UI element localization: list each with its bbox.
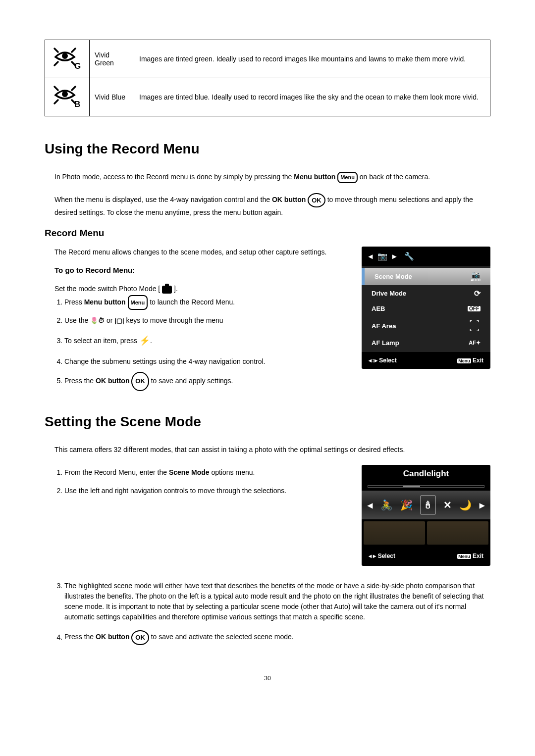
vivid-green-icon-cell: G xyxy=(45,40,90,78)
svg-text:G: G xyxy=(74,61,81,71)
ok-button-icon: OK xyxy=(131,630,149,645)
screen-footer: ◂↕▸ Select Menu Exit xyxy=(362,352,490,369)
menu-item-aeb: AEB OFF xyxy=(362,302,490,316)
camera-lcd-scene-mode: Candlelight ◂ 🚴 🎉 🕯 ✕ 🌙 ▸ ◂ ▸ Select xyxy=(362,465,490,566)
flash-icon: ⚡ xyxy=(139,331,150,351)
heading-record-menu: Record Menu xyxy=(45,228,490,239)
nav-arrows-icon: ◂↕▸ xyxy=(369,357,377,364)
step-3: To select an item, press ⚡. xyxy=(64,331,347,351)
heading-go-to-record: To go to Record Menu: xyxy=(54,264,347,276)
ok-button-icon: OK xyxy=(308,193,325,208)
svg-text:B: B xyxy=(74,100,80,109)
scene-step-2: Use the left and right navigation contro… xyxy=(64,483,347,499)
drive-mode-icon: ⟳ xyxy=(474,289,481,298)
vivid-green-icon: G xyxy=(53,47,82,71)
scene-food-icon: ✕ xyxy=(443,497,452,513)
svg-point-0 xyxy=(62,53,68,59)
macro-timer-icon: 🌷⏱ xyxy=(90,314,105,328)
scene-preview-images xyxy=(362,519,490,547)
step-2: Use the 🌷⏱ or |▢| keys to move through t… xyxy=(64,313,347,328)
menu-badge-icon: Menu xyxy=(457,358,471,363)
scene-step-3: The highlighted scene mode will either h… xyxy=(64,581,490,622)
record-menu-intro-2: When the menu is displayed, use the 4-wa… xyxy=(54,193,490,218)
camera-auto-icon: 📷 xyxy=(472,271,480,278)
color-description: Images are tinted green. Ideally used to… xyxy=(134,40,490,78)
color-description: Images are tinted blue. Ideally used to … xyxy=(134,78,490,116)
af-lamp-icon: AF✦ xyxy=(469,340,481,346)
scene-mode-intro: This camera offers 32 different modes, t… xyxy=(54,445,490,455)
step-1: Press Menu button Menu to launch the Rec… xyxy=(64,295,347,310)
af-area-icon: ⌜ ⌝⌞ ⌟ xyxy=(470,319,481,332)
menu-item-scene-mode: Scene Mode 📷 AUTO xyxy=(362,268,490,285)
preview-left xyxy=(364,521,425,545)
step-4: Change the submenu settings using the 4-… xyxy=(64,354,347,369)
record-menu-desc: The Record menu allows changes to the sc… xyxy=(54,247,347,257)
heading-scene-mode: Setting the Scene Mode xyxy=(45,414,490,430)
scene-mode-steps-1: From the Record Menu, enter the Scene Mo… xyxy=(64,465,347,499)
scene-step-4: Press the OK button OK to save and activ… xyxy=(64,630,490,645)
scene-party-icon: 🎉 xyxy=(400,497,413,513)
scene-mode-text: From the Record Menu, enter the Scene Mo… xyxy=(54,465,347,502)
scene-mode-screenshot: Candlelight ◂ 🚴 🎉 🕯 ✕ 🌙 ▸ ◂ ▸ Select xyxy=(362,465,490,566)
table-row: G Vivid Green Images are tinted green. I… xyxy=(45,40,490,78)
screen-header: ◂ 📷 ▸ 🔧 xyxy=(362,247,490,266)
arrow-left-icon: ◂ xyxy=(368,497,373,513)
menu-item-drive-mode: Drive Mode ⟳ xyxy=(362,285,490,302)
arrow-right-icon: ▸ xyxy=(373,553,376,559)
arrow-left-icon: ◂ xyxy=(369,252,373,261)
arrow-right-icon: ▸ xyxy=(480,497,484,513)
step-5: Press the OK button OK to save and apply… xyxy=(64,372,347,391)
vivid-blue-icon-cell: B xyxy=(45,78,90,116)
scene-mode-two-col: From the Record Menu, enter the Scene Mo… xyxy=(54,465,490,566)
scene-bike-icon: 🚴 xyxy=(380,497,393,513)
scene-scrollbar xyxy=(362,482,490,491)
camera-icon xyxy=(162,286,172,294)
menu-item-af-area: AF Area ⌜ ⌝⌞ ⌟ xyxy=(362,316,490,336)
menu-button-icon: Menu xyxy=(128,295,148,310)
wrench-tab-icon: 🔧 xyxy=(404,252,414,261)
vivid-blue-icon: B xyxy=(53,85,82,109)
record-menu-two-col: The Record menu allows changes to the sc… xyxy=(45,247,490,394)
arrow-right-icon: ▸ xyxy=(392,252,396,261)
scene-night-icon: 🌙 xyxy=(459,497,472,513)
table-row: B Vivid Blue Images are tinted blue. Ide… xyxy=(45,78,490,116)
display-icon: |▢| xyxy=(114,314,124,328)
scene-mode-steps-cont: The highlighted scene mode will either h… xyxy=(54,581,490,645)
record-menu-steps: Press Menu button Menu to launch the Rec… xyxy=(64,295,347,391)
record-menu-intro-1: In Photo mode, access to the Record menu… xyxy=(54,172,490,183)
off-badge-icon: OFF xyxy=(468,306,481,311)
color-name: Vivid Green xyxy=(90,40,134,78)
record-menu-screenshot: ◂ 📷 ▸ 🔧 Scene Mode 📷 AUTO Drive Mode ⟳ xyxy=(362,247,490,369)
menu-item-af-lamp: AF Lamp AF✦ xyxy=(362,336,490,350)
menu-badge-icon: Menu xyxy=(457,554,471,559)
scene-icon-strip: ◂ 🚴 🎉 🕯 ✕ 🌙 ▸ xyxy=(362,491,490,519)
set-mode-text: Set the mode switch Photo Mode [ ]. xyxy=(54,283,347,294)
screen-menu-body: Scene Mode 📷 AUTO Drive Mode ⟳ AEB OFF A… xyxy=(362,266,490,352)
svg-point-2 xyxy=(62,91,68,97)
scene-footer: ◂ ▸ Select Menu Exit xyxy=(362,547,490,566)
scene-candle-icon: 🕯 xyxy=(421,496,435,514)
ok-button-icon: OK xyxy=(131,372,149,391)
menu-button-icon: Menu xyxy=(337,172,358,183)
scene-title: Candlelight xyxy=(362,465,490,482)
record-menu-text: The Record menu allows changes to the sc… xyxy=(54,247,347,394)
heading-using-record-menu: Using the Record Menu xyxy=(45,141,490,157)
scene-step-1: From the Record Menu, enter the Scene Mo… xyxy=(64,465,347,480)
page-number: 30 xyxy=(45,675,490,682)
camera-tab-icon: 📷 xyxy=(377,252,387,261)
color-mode-table: G Vivid Green Images are tinted green. I… xyxy=(45,40,490,116)
color-name: Vivid Blue xyxy=(90,78,134,116)
preview-right xyxy=(427,521,488,545)
arrow-left-icon: ◂ xyxy=(369,553,372,559)
camera-lcd-record-menu: ◂ 📷 ▸ 🔧 Scene Mode 📷 AUTO Drive Mode ⟳ xyxy=(362,247,490,369)
scene-mode-steps-2: The highlighted scene mode will either h… xyxy=(64,581,490,645)
